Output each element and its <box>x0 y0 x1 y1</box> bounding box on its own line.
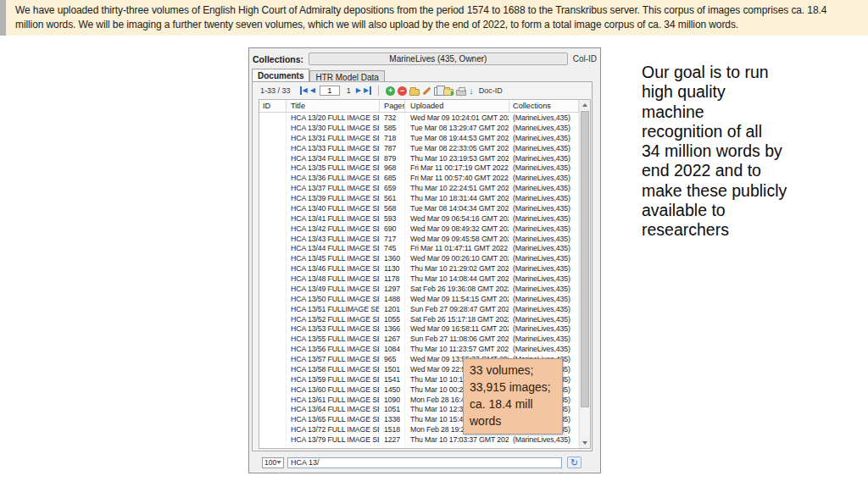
table-row[interactable]: HCA 13/42 FULL IMAGE SET 690 Wed Mar 09 … <box>259 224 579 235</box>
cell-pages: 717 <box>380 235 405 245</box>
cell-uploaded: Sun Feb 27 11:08:06 GMT 2022 <box>405 335 509 345</box>
cell-title: HCA 13/64 FULL IMAGE SET <box>287 405 380 415</box>
cell-collections: (MarineLives,435) <box>509 335 579 345</box>
cell-id <box>259 274 287 285</box>
cell-id <box>259 224 287 235</box>
table-row[interactable]: HCA 13/51 FULLIMAGE SET 1201 Sun Feb 27 … <box>259 305 579 315</box>
cell-pages: 879 <box>380 154 405 164</box>
goal-text-line: recognition of all <box>642 122 824 141</box>
cell-title: HCA 13/46 FULL IMAGE SET <box>287 264 380 274</box>
cell-collections: (MarineLives,435) <box>509 134 579 144</box>
cell-id <box>259 324 287 335</box>
cell-title: HCA 13/30 FULL IMAGE SET <box>287 124 380 134</box>
cell-title: HCA 13/49 FULL IMAGE SET <box>287 285 380 295</box>
cell-uploaded: Wed Mar 09 06:54:16 GMT 2022 <box>405 214 509 224</box>
table-row[interactable]: HCA 13/50 FULL IMAGE SET 1488 Wed Mar 09… <box>259 295 579 305</box>
cell-id <box>259 285 287 295</box>
banner-line-2: million words. We will be imaging a furt… <box>15 18 863 32</box>
cell-id <box>259 355 287 365</box>
table-row[interactable]: HCA 13/52 FULL IMAGE SET 1055 Sat Feb 26… <box>259 315 579 325</box>
open-folder-icon[interactable] <box>443 89 453 96</box>
cell-pages: 1297 <box>380 285 405 295</box>
table-row[interactable]: HCA 13/43 FULL IMAGE SET 717 Wed Mar 09 … <box>259 235 579 245</box>
column-header-collections[interactable]: Collections <box>509 100 579 112</box>
remove-document-icon[interactable]: − <box>398 86 407 96</box>
cell-collections: (MarineLives,435) <box>509 345 579 355</box>
callout-line: 33 volumes; <box>470 362 556 379</box>
cell-collections: (MarineLives,435) <box>509 174 579 184</box>
collections-selector[interactable]: MarineLives (435, Owner) <box>309 53 568 65</box>
cell-id <box>259 295 287 305</box>
goal-text-line: Our goal is to run <box>642 63 824 82</box>
cell-pages: 1488 <box>380 295 405 305</box>
goal-text-line: high quality <box>642 82 824 102</box>
folder-icon[interactable] <box>409 89 420 96</box>
cell-uploaded: Thu Mar 10 14:08:44 GMT 2022 <box>405 274 509 285</box>
table-row[interactable]: HCA 13/56 FULL IMAGE SET 1084 Thu Mar 10… <box>259 345 579 355</box>
page-size-select[interactable]: 100 <box>262 457 284 468</box>
cell-uploaded: Thu Mar 10 11:23:57 GMT 2022 <box>405 345 509 355</box>
cell-collections: (MarineLives,435) <box>509 295 579 305</box>
cell-pages: 1366 <box>380 324 405 335</box>
cell-id <box>259 305 287 315</box>
cell-pages: 1130 <box>380 264 405 274</box>
previous-page-icon[interactable]: ◀ <box>310 86 315 95</box>
print-icon[interactable] <box>456 90 466 96</box>
callout-line: 33,915 images; <box>470 379 556 396</box>
page-number-input[interactable] <box>320 86 340 96</box>
refresh-button[interactable]: ↻ <box>567 457 581 468</box>
scrollbar-thumb[interactable] <box>581 111 589 407</box>
cell-pages: 787 <box>380 144 405 154</box>
column-header-title[interactable]: Title <box>287 100 380 112</box>
next-page-icon[interactable]: ▶ <box>356 86 361 95</box>
cell-title: HCA 13/61 FULL IMAGE SET <box>287 396 380 406</box>
scroll-up-icon[interactable] <box>580 100 590 110</box>
table-row[interactable]: HCA 13/30 FULL IMAGE SET 585 Tue Mar 08 … <box>259 124 579 134</box>
scroll-down-icon[interactable] <box>580 438 590 448</box>
column-header-pages[interactable]: Pages <box>380 100 405 112</box>
duplicate-icon[interactable] <box>434 87 441 96</box>
cell-uploaded: Tue Mar 08 14:04:34 GMT 2022 <box>405 204 509 214</box>
tab-documents[interactable]: Documents <box>252 69 309 82</box>
table-row[interactable]: HCA 13/48 FULL IMAGE SET 1178 Thu Mar 10… <box>259 274 579 285</box>
edit-icon[interactable] <box>423 87 431 96</box>
collections-row: Collections: MarineLives (435, Owner) Co… <box>253 52 597 66</box>
cell-title: HCA 13/36 FULL IMAGE SET <box>287 174 380 184</box>
table-row[interactable]: HCA 13/53 FULL IMAGE SET 1366 Wed Mar 09… <box>259 324 579 335</box>
table-row[interactable]: HCA 13/33 FULL IMAGE SET 787 Tue Mar 08 … <box>259 144 579 154</box>
table-row[interactable]: HCA 13/44 FULL IMAGE SET 745 Fri Mar 11 … <box>259 244 579 254</box>
goal-text: Our goal is to run high quality machine … <box>642 63 824 241</box>
cell-uploaded: Sun Feb 27 09:28:47 GMT 2022 <box>405 305 509 315</box>
column-header-uploaded[interactable]: Uploaded <box>405 100 509 112</box>
table-row[interactable]: HCA 13/45 FULL IMAGE SET 1360 Wed Mar 09… <box>259 254 579 264</box>
cell-title: HCA 13/37 FULL IMAGE SET <box>287 184 380 194</box>
table-row[interactable]: HCA 13/41 FULL IMAGE SET 593 Wed Mar 09 … <box>259 214 579 224</box>
cell-uploaded: Thu Mar 10 23:19:53 GMT 2022 <box>405 154 509 164</box>
cell-title: HCA 13/51 FULLIMAGE SET <box>287 305 380 315</box>
cell-title: HCA 13/48 FULL IMAGE SET <box>287 274 380 285</box>
banner-line-1: We have uploaded thirty-three volumes of… <box>15 3 863 18</box>
table-row[interactable]: HCA 13/55 FULL IMAGE SET 1267 Sun Feb 27… <box>259 335 579 345</box>
cell-title: HCA 13/55 FULL IMAGE SET <box>287 335 380 345</box>
cell-id <box>259 124 287 134</box>
filter-input[interactable] <box>287 457 562 468</box>
tab-htr-model-data[interactable]: HTR Model Data <box>309 70 384 82</box>
table-row[interactable]: HCA 13/36 FULL IMAGE SET 685 Fri Mar 11 … <box>259 174 579 184</box>
table-row[interactable]: HCA 13/49 FULL IMAGE SET 1297 Sat Feb 26… <box>259 285 579 295</box>
add-document-icon[interactable]: + <box>386 86 395 96</box>
table-row[interactable]: HCA 13/37 FULL IMAGE SET 659 Thu Mar 10 … <box>259 184 579 194</box>
table-row[interactable]: HCA 13/46 FULL IMAGE SET 1130 Thu Mar 10… <box>259 264 579 274</box>
table-row[interactable]: HCA 13/31 FULL IMAGE SET 718 Tue Mar 08 … <box>259 134 579 144</box>
column-header-id[interactable]: ID <box>259 100 287 112</box>
table-row[interactable]: HCA 13/79 FULL IMAGE SET 1227 Thu Mar 10… <box>259 435 579 445</box>
cell-id <box>259 204 287 214</box>
table-row[interactable]: HCA 13/39 FULL IMAGE SET 561 Thu Mar 10 … <box>259 194 579 204</box>
first-page-icon[interactable]: ◀ <box>300 86 308 95</box>
table-row[interactable]: HCA 13/20 FULL IMAGE SET 732 Wed Mar 09 … <box>259 113 579 124</box>
last-page-icon[interactable]: ▶ <box>364 86 371 95</box>
download-icon[interactable]: ↓ <box>469 86 474 97</box>
table-row[interactable]: HCA 13/40 FULL IMAGE SET 568 Tue Mar 08 … <box>259 204 579 214</box>
table-row[interactable]: HCA 13/35 FULL IMAGE SET 968 Fri Mar 11 … <box>259 163 579 174</box>
table-row[interactable]: HCA 13/34 FULL IMAGE SET 879 Thu Mar 10 … <box>259 154 579 164</box>
cell-collections: (MarineLives,435) <box>509 305 579 315</box>
